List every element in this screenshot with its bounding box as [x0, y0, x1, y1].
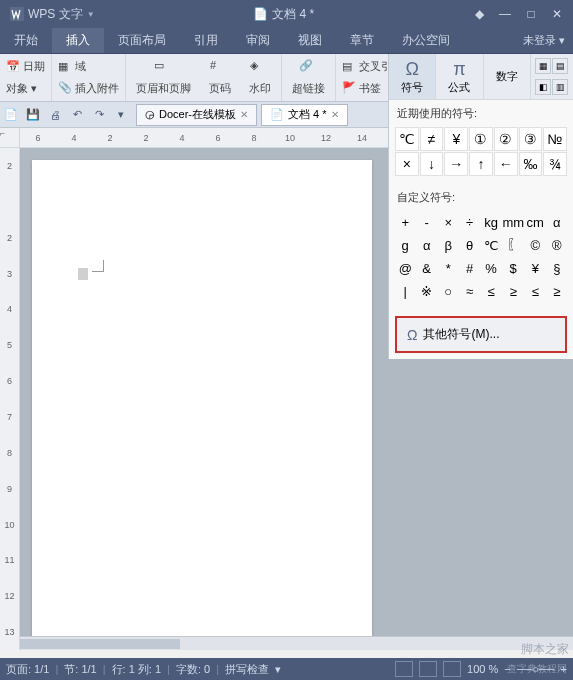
symbol-cell[interactable]: ≥ — [547, 280, 567, 302]
symbol-cell[interactable]: # — [459, 257, 479, 279]
mini-btn-2[interactable]: ▤ — [552, 58, 568, 74]
menu-chapter[interactable]: 章节 — [336, 28, 388, 53]
mini-btn-3[interactable]: ◧ — [535, 79, 551, 95]
view-mode-2[interactable] — [419, 661, 437, 677]
symbol-cell[interactable]: © — [525, 234, 545, 256]
symbol-cell[interactable]: ③ — [519, 127, 543, 151]
symbol-cell[interactable]: β — [438, 234, 458, 256]
status-words[interactable]: 字数: 0 — [176, 662, 210, 677]
hyperlink-button[interactable]: 🔗超链接 — [286, 57, 331, 98]
menu-layout[interactable]: 页面布局 — [104, 28, 180, 53]
doc-tab-current[interactable]: 📄 文档 4 * ✕ — [261, 104, 348, 126]
page-number-button[interactable]: #页码 — [203, 57, 237, 98]
symbol-cell[interactable]: * — [438, 257, 458, 279]
math-tab[interactable]: 数字 — [484, 54, 531, 99]
view-mode-3[interactable] — [443, 661, 461, 677]
zoom-level[interactable]: 100 % — [467, 663, 498, 675]
symbol-cell[interactable]: θ — [459, 234, 479, 256]
object-button[interactable]: 对象▾ — [4, 80, 47, 97]
symbol-cell[interactable]: g — [395, 234, 415, 256]
symbol-cell[interactable]: ※ — [416, 280, 436, 302]
doc-tab-docer[interactable]: ◶ Docer-在线模板 ✕ — [136, 104, 257, 126]
symbol-cell[interactable]: & — [416, 257, 436, 279]
view-mode-1[interactable] — [395, 661, 413, 677]
new-button[interactable]: 📄 — [0, 104, 22, 126]
menu-workspace[interactable]: 办公空间 — [388, 28, 464, 53]
symbol-cell[interactable]: ≠ — [420, 127, 444, 151]
symbol-cell[interactable]: cm — [525, 211, 545, 233]
symbol-cell[interactable]: ¾ — [543, 152, 567, 176]
menu-reference[interactable]: 引用 — [180, 28, 232, 53]
symbol-cell[interactable]: ≤ — [481, 280, 501, 302]
menu-view[interactable]: 视图 — [284, 28, 336, 53]
symbol-cell[interactable]: ② — [494, 127, 518, 151]
menu-start[interactable]: 开始 — [0, 28, 52, 53]
symbol-cell[interactable]: ≈ — [459, 280, 479, 302]
status-page[interactable]: 页面: 1/1 — [6, 662, 49, 677]
redo-button[interactable]: ↷ — [88, 104, 110, 126]
zoom-in-button[interactable]: + — [561, 663, 567, 675]
maximize-button[interactable]: □ — [519, 4, 543, 24]
mini-btn-4[interactable]: ▥ — [552, 79, 568, 95]
symbol-cell[interactable]: $ — [502, 257, 524, 279]
symbol-cell[interactable]: + — [395, 211, 415, 233]
print-button[interactable]: 🖨 — [44, 104, 66, 126]
symbol-cell[interactable]: § — [547, 257, 567, 279]
zoom-slider[interactable]: ──○── — [517, 663, 555, 675]
undo-button[interactable]: ↶ — [66, 104, 88, 126]
symbol-cell[interactable]: ¥ — [444, 127, 468, 151]
symbol-cell[interactable]: ÷ — [459, 211, 479, 233]
qat-more-button[interactable]: ▾ — [110, 104, 132, 126]
symbol-cell[interactable]: → — [444, 152, 468, 176]
zoom-out-button[interactable]: − — [504, 663, 510, 675]
status-section[interactable]: 节: 1/1 — [64, 662, 96, 677]
symbol-cell[interactable]: α — [416, 234, 436, 256]
symbol-cell[interactable]: @ — [395, 257, 415, 279]
symbol-cell[interactable]: № — [543, 127, 567, 151]
date-button[interactable]: 📅日期 — [4, 58, 47, 75]
symbol-cell[interactable]: α — [547, 211, 567, 233]
symbol-cell[interactable]: mm — [502, 211, 524, 233]
symbol-cell[interactable]: ≥ — [502, 280, 524, 302]
attachment-button[interactable]: 📎插入附件 — [56, 80, 121, 97]
equation-tab[interactable]: π π 公式 公式 — [436, 54, 483, 99]
menu-insert[interactable]: 插入 — [52, 28, 104, 53]
symbol-cell[interactable]: ↓ — [420, 152, 444, 176]
status-spellcheck[interactable]: 拼写检查 — [225, 662, 269, 677]
document-page[interactable] — [32, 160, 372, 640]
symbol-cell[interactable]: % — [481, 257, 501, 279]
field-button[interactable]: ▦域 — [56, 58, 121, 75]
symbol-cell[interactable]: 〖 — [502, 234, 524, 256]
other-symbols-button[interactable]: Ω 其他符号(M)... — [395, 316, 567, 353]
symbol-cell[interactable]: ○ — [438, 280, 458, 302]
symbol-cell[interactable]: - — [416, 211, 436, 233]
close-button[interactable]: ✕ — [545, 4, 569, 24]
symbol-cell[interactable]: ← — [494, 152, 518, 176]
symbol-cell[interactable]: kg — [481, 211, 501, 233]
header-footer-button[interactable]: ▭页眉和页脚 — [130, 57, 197, 98]
symbol-cell[interactable]: ® — [547, 234, 567, 256]
app-menu[interactable]: WPS 文字 ▼ — [4, 6, 101, 23]
symbol-tab[interactable]: Ω 符号 — [389, 54, 436, 99]
minimize-button[interactable]: — — [493, 4, 517, 24]
symbol-cell[interactable]: ℃ — [395, 127, 419, 151]
status-position[interactable]: 行: 1 列: 1 — [112, 662, 162, 677]
symbol-cell[interactable]: ‰ — [519, 152, 543, 176]
watermark-button[interactable]: ◈水印 — [243, 57, 277, 98]
symbol-cell[interactable]: ① — [469, 127, 493, 151]
scrollbar-thumb[interactable] — [20, 639, 180, 649]
menu-review[interactable]: 审阅 — [232, 28, 284, 53]
symbol-cell[interactable]: ≤ — [525, 280, 545, 302]
mini-btn-1[interactable]: ▦ — [535, 58, 551, 74]
login-status[interactable]: 未登录 ▾ — [515, 29, 573, 52]
symbol-cell[interactable]: ¥ — [525, 257, 545, 279]
close-icon[interactable]: ✕ — [331, 109, 339, 120]
scrollbar-horizontal[interactable] — [20, 636, 573, 650]
symbol-cell[interactable]: | — [395, 280, 415, 302]
symbol-cell[interactable]: × — [395, 152, 419, 176]
symbol-cell[interactable]: × — [438, 211, 458, 233]
symbol-cell[interactable]: ↑ — [469, 152, 493, 176]
symbol-cell[interactable]: ℃ — [481, 234, 501, 256]
save-button[interactable]: 💾 — [22, 104, 44, 126]
close-icon[interactable]: ✕ — [240, 109, 248, 120]
